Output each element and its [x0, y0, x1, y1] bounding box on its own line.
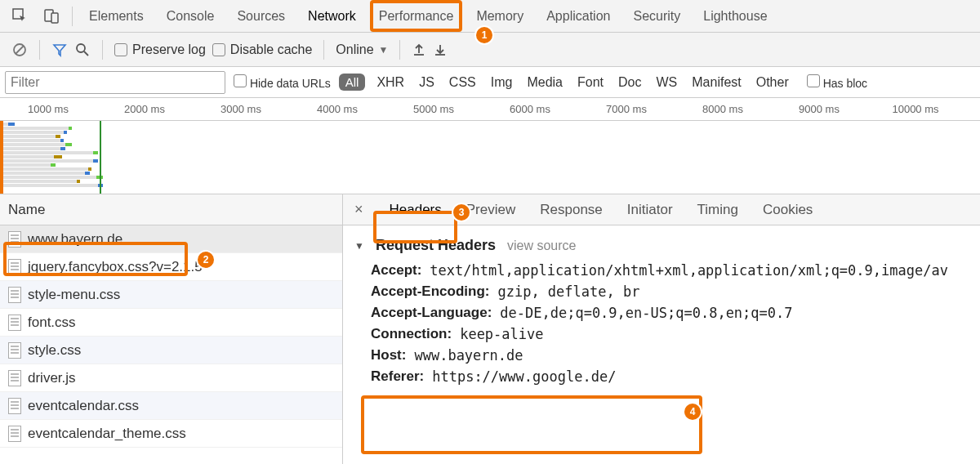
document-icon	[8, 398, 21, 414]
header-key: Connection:	[371, 326, 452, 342]
tab-elements[interactable]: Elements	[78, 0, 155, 32]
divider	[323, 40, 324, 60]
filter-type-doc[interactable]: Doc	[615, 75, 644, 90]
tab-performance[interactable]: Performance	[368, 0, 466, 32]
request-name: eventcalendar_theme.css	[28, 426, 186, 442]
header-value: text/html,application/xhtml+xml,applicat…	[430, 262, 948, 279]
detail-tab-preview[interactable]: Preview	[461, 199, 520, 221]
filter-type-manifest[interactable]: Manifest	[688, 75, 744, 90]
ruler-tick: 5000 ms	[385, 103, 482, 115]
document-icon	[8, 287, 21, 303]
ruler-tick: 1000 ms	[0, 103, 96, 115]
ruler-tick: 3000 ms	[193, 103, 289, 115]
filter-input[interactable]	[5, 71, 225, 94]
callout-badge-1: 1	[476, 27, 492, 43]
ruler-tick: 2000 ms	[96, 103, 193, 115]
document-icon	[8, 342, 21, 359]
timeline-ruler: 1000 ms 2000 ms 3000 ms 4000 ms 5000 ms …	[0, 98, 980, 121]
chevron-down-icon: ▼	[379, 44, 389, 56]
load-marker	[100, 121, 101, 194]
request-row[interactable]: eventcalendar_theme.css	[0, 420, 342, 448]
tab-console[interactable]: Console	[155, 0, 226, 32]
filter-type-css[interactable]: CSS	[446, 75, 479, 90]
tab-memory[interactable]: Memory	[465, 0, 535, 32]
filter-type-xhr[interactable]: XHR	[373, 75, 408, 90]
throttling-select[interactable]: Online ▼	[336, 42, 388, 57]
clear-icon[interactable]	[11, 42, 28, 58]
request-name: driver.js	[28, 370, 76, 386]
request-row[interactable]: font.css	[0, 309, 342, 337]
name-column-header[interactable]: Name	[0, 194, 342, 225]
filter-type-js[interactable]: JS	[416, 75, 438, 90]
view-source-link[interactable]: view source	[507, 239, 576, 253]
disable-cache-checkbox[interactable]: Disable cache	[212, 42, 313, 57]
filter-type-media[interactable]: Media	[523, 75, 566, 90]
request-row[interactable]: driver.js	[0, 364, 342, 392]
header-value: gzip, deflate, br	[497, 283, 639, 300]
detail-tab-timing[interactable]: Timing	[693, 199, 743, 221]
detail-tabs: × Headers Preview Response Initiator Tim…	[343, 194, 980, 225]
throttling-value: Online	[336, 42, 373, 57]
download-har-icon[interactable]	[433, 42, 448, 57]
svg-rect-2	[51, 13, 58, 23]
header-value: https://www.google.de/	[432, 368, 616, 385]
hide-data-urls-label: Hide data URLs	[250, 77, 331, 90]
request-detail-panel: × Headers Preview Response Initiator Tim…	[343, 194, 980, 464]
request-name: jquery.fancybox.css?v=2.1.5	[28, 259, 203, 275]
devtools-tabs: Elements Console Sources Network Perform…	[0, 0, 980, 33]
request-row[interactable]: eventcalendar.css	[0, 392, 342, 420]
preserve-log-checkbox[interactable]: Preserve log	[114, 42, 206, 57]
filter-type-font[interactable]: Font	[574, 75, 607, 90]
tab-network[interactable]: Network	[296, 0, 368, 32]
svg-line-4	[16, 46, 24, 54]
detail-tab-initiator[interactable]: Initiator	[622, 199, 678, 221]
request-row[interactable]: jquery.fancybox.css?v=2.1.5	[0, 253, 342, 281]
checkbox-icon	[114, 43, 127, 56]
svg-point-5	[77, 44, 85, 52]
divider	[102, 40, 103, 60]
header-key: Referer:	[371, 368, 424, 385]
detail-tab-headers[interactable]: Headers	[385, 199, 447, 221]
request-list-panel: Name www.bayern.de jquery.fancybox.css?v…	[0, 194, 343, 464]
svg-line-6	[84, 51, 88, 56]
timeline-bars	[3, 123, 977, 192]
filter-type-all[interactable]: All	[339, 74, 366, 91]
request-row[interactable]: style.css	[0, 337, 342, 364]
header-row: Accept-Language: de-DE,de;q=0.9,en-US;q=…	[371, 305, 969, 321]
upload-har-icon[interactable]	[412, 42, 426, 57]
filter-type-img[interactable]: Img	[488, 75, 516, 90]
section-title: Request Headers	[376, 237, 496, 254]
header-row: Referer: https://www.google.de/	[371, 368, 969, 385]
document-icon	[8, 259, 21, 275]
inspect-element-icon[interactable]	[5, 7, 36, 25]
has-blocked-checkbox[interactable]: Has bloc	[807, 74, 867, 90]
close-icon[interactable]: ×	[348, 201, 370, 218]
filter-type-ws[interactable]: WS	[653, 75, 680, 90]
tab-security[interactable]: Security	[621, 0, 692, 32]
hide-data-urls-checkbox[interactable]: Hide data URLs	[234, 74, 331, 90]
disable-cache-label: Disable cache	[230, 42, 313, 57]
header-value: keep-alive	[460, 326, 543, 342]
tab-application[interactable]: Application	[535, 0, 621, 32]
request-row[interactable]: www.bayern.de	[0, 225, 342, 253]
disclosure-triangle-icon: ▼	[354, 240, 364, 252]
detail-tab-cookies[interactable]: Cookies	[758, 199, 817, 221]
request-list: www.bayern.de jquery.fancybox.css?v=2.1.…	[0, 225, 342, 464]
filter-funnel-icon[interactable]	[51, 42, 68, 58]
tab-lighthouse[interactable]: Lighthouse	[692, 0, 778, 32]
request-row[interactable]: style-menu.css	[0, 281, 342, 309]
header-row: Connection: keep-alive	[371, 326, 969, 342]
request-headers-section[interactable]: ▼ Request Headers view source	[354, 237, 969, 254]
checkbox-icon	[212, 43, 225, 56]
filter-type-other[interactable]: Other	[753, 75, 792, 90]
detail-tab-response[interactable]: Response	[535, 199, 608, 221]
callout-badge-2: 2	[198, 252, 214, 268]
device-toggle-icon[interactable]	[36, 7, 67, 25]
header-key: Accept:	[371, 262, 421, 279]
callout-badge-4: 4	[684, 404, 701, 420]
request-name: www.bayern.de	[28, 231, 122, 248]
header-row: Accept: text/html,application/xhtml+xml,…	[371, 262, 969, 279]
timeline-overview[interactable]	[0, 121, 980, 194]
search-icon[interactable]	[74, 42, 91, 58]
tab-sources[interactable]: Sources	[225, 0, 296, 32]
